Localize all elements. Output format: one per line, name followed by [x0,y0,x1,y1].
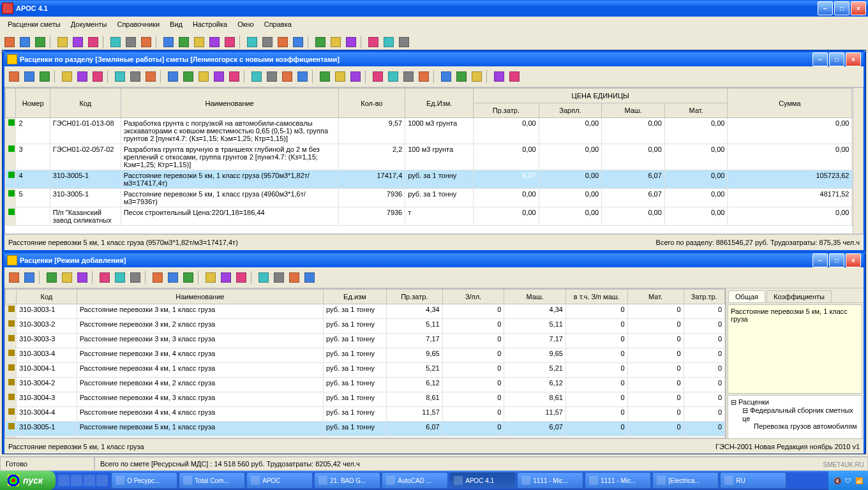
toolbar-button[interactable] [245,35,259,49]
toolbar-button[interactable] [401,70,415,84]
table-row[interactable]: 310-3004-1Расстояние перевозки 4 км, 1 к… [6,363,725,378]
tray-icon[interactable]: 📶 [855,477,863,484]
toolbar-button[interactable] [151,271,165,285]
child2-grid[interactable]: Код Наименование Ед.изм Пр.затр. З/пл. М… [5,289,725,438]
toolbar-button[interactable] [397,35,411,49]
toolbar-button[interactable] [75,70,89,84]
taskbar-item[interactable]: Total Com... [179,472,245,489]
toolbar-button[interactable] [470,70,484,84]
toolbar-button[interactable] [22,271,36,285]
taskbar-item[interactable]: [Electrica... [652,472,719,489]
toolbar-button[interactable] [197,70,211,84]
col2-zp[interactable]: З/пл. [442,290,504,304]
toolbar-button[interactable] [181,271,195,285]
col-unit[interactable]: Ед.Изм. [405,89,474,118]
col2-name[interactable]: Наименование [77,290,323,304]
toolbar-button[interactable] [265,70,279,84]
toolbar-button[interactable] [71,35,85,49]
toolbar-button[interactable] [371,70,385,84]
toolbar-button[interactable] [329,35,343,49]
table-row[interactable]: 310-3004-3Расстояние перевозки 4 км, 3 к… [6,392,725,407]
col-mash[interactable]: Маш. [602,103,665,118]
toolbar-button[interactable] [124,35,138,49]
close-button[interactable]: × [851,1,866,15]
toolbar-button[interactable] [291,35,305,49]
child1-minimize[interactable]: − [812,52,828,66]
toolbar-button[interactable] [108,35,123,49]
toolbar-button[interactable] [45,271,59,285]
ql-icon[interactable] [84,475,95,486]
ql-icon[interactable] [96,475,108,486]
tray-icon[interactable]: 🛡 [845,477,851,484]
toolbar-button[interactable] [56,35,70,49]
taskbar-item[interactable]: АРОС 4.1 [449,472,516,489]
taskbar-item[interactable]: О Ресурс... [111,472,177,489]
col2-unit[interactable]: Ед.изм [324,290,387,304]
tree-item[interactable]: ⊟ Федеральный сборник сметных це [731,406,859,422]
table-row[interactable]: П/п "Казанский завод силикатныхПесок стр… [6,207,863,226]
table-row[interactable]: 310-3005-1Расстояние перевозки 5 км, 1 к… [6,422,725,436]
maximize-button[interactable]: □ [834,1,849,15]
table-row[interactable]: 5310-3005-1Расстояние перевозки 5 км, 1 … [6,189,863,207]
toolbar-button[interactable] [344,35,358,49]
table-row[interactable]: 310-3003-4Расстояние перевозки 3 км, 4 к… [6,348,725,363]
toolbar-button[interactable] [38,70,52,84]
child1-maximize[interactable]: □ [829,52,844,66]
toolbar-button[interactable] [75,271,89,285]
menu-1[interactable]: Документы [66,19,112,29]
toolbar-button[interactable] [207,35,221,49]
toolbar-button[interactable] [313,35,327,49]
child2-close[interactable]: × [846,253,861,267]
toolbar-button[interactable] [223,35,237,49]
col-number[interactable]: Номер [16,89,50,118]
child1-grid[interactable]: Номер Код Наименование Кол-во Ед.Изм. ЦЕ… [5,88,863,226]
taskbar-item[interactable]: 21. BAD G... [314,472,380,489]
toolbar-button[interactable] [3,35,17,49]
toolbar-button[interactable] [166,70,180,84]
toolbar-button[interactable] [22,70,36,84]
start-button[interactable]: пуск [0,471,56,490]
toolbar-button[interactable] [33,35,47,49]
toolbar-button[interactable] [192,35,206,49]
tree-root[interactable]: ⊟ Расценки [731,398,859,406]
taskbar-item[interactable]: AutoCAD ... [382,472,448,489]
col2-ztr[interactable]: Затр.тр. [684,290,724,304]
minimize-button[interactable]: − [818,1,833,15]
toolbar-button[interactable] [492,70,506,84]
toolbar-button[interactable] [257,271,271,285]
toolbar-button[interactable] [128,271,142,285]
taskbar-item[interactable]: АРОС [246,472,313,489]
toolbar-button[interactable] [7,271,21,285]
taskbar-item[interactable]: RU [720,472,786,489]
col2-code[interactable]: Код [17,290,77,304]
taskbar-item[interactable]: 1111 - Mic... [585,472,651,489]
toolbar-button[interactable] [60,271,74,285]
table-row[interactable]: 310-3003-3Расстояние перевозки 3 км, 3 к… [6,334,725,348]
toolbar-button[interactable] [113,271,127,285]
tab-coefficients[interactable]: Коэффициенты [767,290,832,302]
toolbar-button[interactable] [219,271,233,285]
toolbar-button[interactable] [260,35,274,49]
tab-general[interactable]: Общая [728,290,765,302]
col-code[interactable]: Код [50,89,121,118]
toolbar-button[interactable] [177,35,191,49]
child1-close[interactable]: × [846,52,861,66]
toolbar-button[interactable] [507,70,521,84]
toolbar-button[interactable] [139,35,153,49]
table-row[interactable]: 310-3003-1Расстояние перевозки 3 км, 1 к… [6,304,725,319]
menu-0[interactable]: Расценки сметы [3,19,66,29]
toolbar-button[interactable] [280,70,294,84]
toolbar-button[interactable] [348,70,363,84]
toolbar-button[interactable] [128,70,142,84]
tree-item[interactable]: Перевозка грузов автомобилям [731,422,859,430]
ql-icon[interactable] [71,475,82,486]
col-pz[interactable]: Пр.затр. [474,103,539,118]
toolbar-button[interactable] [234,271,248,285]
toolbar-button[interactable] [439,70,453,84]
col2-mat[interactable]: Мат. [627,290,684,304]
toolbar-button[interactable] [318,70,332,84]
menu-5[interactable]: Окно [232,19,259,29]
table-row[interactable]: 4310-3005-1Расстояние перевозки 5 км, 1 … [6,170,863,189]
col2-pz[interactable]: Пр.затр. [386,290,442,304]
toolbar-button[interactable] [382,35,396,49]
